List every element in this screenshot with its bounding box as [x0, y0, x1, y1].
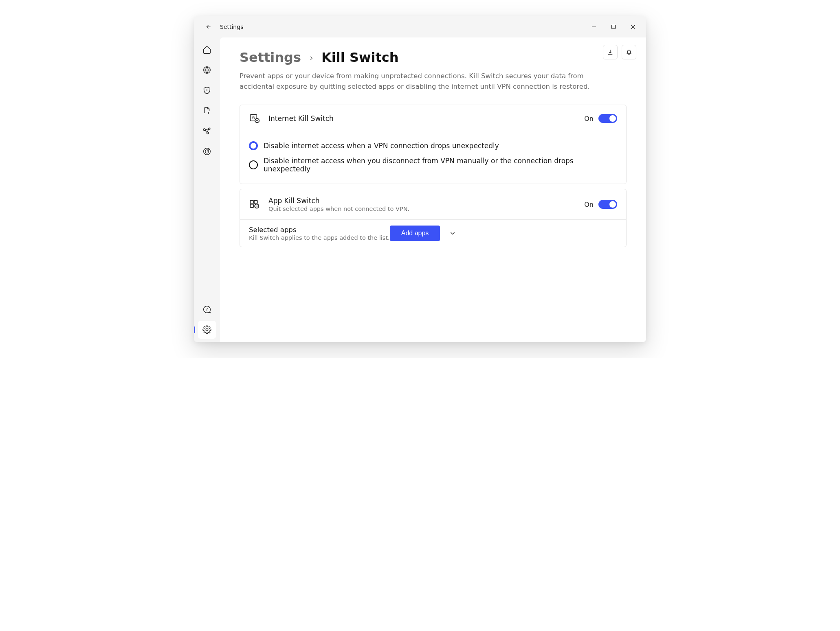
minimize-icon [592, 24, 596, 29]
kill-switch-option-manual[interactable]: Disable internet access when you disconn… [249, 153, 617, 176]
svg-rect-19 [254, 200, 257, 204]
svg-point-7 [207, 132, 209, 134]
svg-rect-18 [251, 204, 254, 208]
svg-rect-1 [612, 25, 616, 29]
download-icon [607, 48, 614, 56]
sidebar-item-home[interactable] [198, 41, 216, 59]
app-window: Settings [194, 16, 646, 342]
back-button[interactable] [202, 20, 215, 33]
radio-selected-icon [249, 141, 258, 150]
radio-unselected-icon [249, 160, 258, 169]
app-kill-switch-subtitle: Quit selected apps when not connected to… [268, 206, 409, 212]
selected-apps-row: Selected apps Kill Switch applies to the… [240, 219, 626, 247]
internet-kill-switch-title: Internet Kill Switch [268, 114, 334, 123]
expand-selected-apps[interactable] [449, 230, 456, 237]
sidebar: ? [194, 37, 220, 342]
breadcrumb: Settings Kill Switch [240, 50, 627, 65]
target-icon [202, 147, 211, 156]
close-icon [631, 24, 635, 29]
globe-icon [202, 66, 211, 74]
sidebar-item-globe[interactable] [198, 61, 216, 79]
sidebar-item-help[interactable]: ? [198, 300, 216, 318]
option-label: Disable internet access when a VPN conne… [264, 142, 499, 150]
maximize-icon [611, 24, 616, 29]
option-label: Disable internet access when you disconn… [264, 157, 617, 173]
svg-text:?: ? [206, 307, 208, 311]
internet-kill-switch-card: W Internet Kill Switch On Disable intern… [240, 105, 627, 184]
internet-kill-switch-state: On [584, 115, 594, 123]
selected-apps-subtitle: Kill Switch applies to the apps added to… [249, 234, 390, 241]
home-icon [202, 45, 211, 54]
internet-kill-switch-icon: W [249, 112, 261, 125]
sidebar-item-protection[interactable] [198, 81, 216, 99]
titlebar: Settings [194, 16, 646, 37]
arrow-left-icon [205, 24, 212, 30]
svg-rect-17 [251, 200, 254, 204]
gear-icon [202, 325, 211, 334]
notifications-button[interactable] [622, 45, 636, 59]
mesh-icon [202, 127, 211, 136]
chevron-right-icon [308, 55, 314, 61]
add-apps-button[interactable]: Add apps [390, 226, 440, 241]
close-button[interactable] [623, 19, 643, 35]
main-content: Settings Kill Switch Prevent apps or you… [220, 37, 646, 342]
app-kill-switch-toggle[interactable] [598, 200, 617, 209]
maximize-button[interactable] [604, 19, 623, 35]
sidebar-item-mesh[interactable] [198, 122, 216, 140]
internet-kill-switch-options: Disable internet access when a VPN conne… [240, 132, 626, 184]
sidebar-item-target[interactable] [198, 142, 216, 160]
sidebar-item-file[interactable] [198, 102, 216, 120]
breadcrumb-parent[interactable]: Settings [240, 50, 301, 65]
app-kill-switch-title: App Kill Switch [268, 197, 409, 205]
kill-switch-option-drop[interactable]: Disable internet access when a VPN conne… [249, 138, 617, 153]
download-button[interactable] [603, 45, 618, 59]
internet-kill-switch-toggle[interactable] [598, 114, 617, 123]
app-kill-switch-card: App Kill Switch Quit selected apps when … [240, 189, 627, 247]
window-title: Settings [220, 24, 243, 30]
minimize-button[interactable] [584, 19, 604, 35]
svg-text:W: W [252, 116, 255, 120]
help-icon: ? [202, 305, 211, 314]
app-kill-switch-state: On [584, 201, 594, 208]
svg-point-11 [206, 329, 208, 331]
bell-icon [625, 48, 633, 56]
file-share-icon [202, 106, 211, 115]
selected-apps-title: Selected apps [249, 226, 390, 234]
page-description: Prevent apps or your device from making … [240, 71, 598, 92]
breadcrumb-current: Kill Switch [321, 50, 398, 65]
chevron-down-icon [449, 230, 456, 237]
shield-icon [202, 86, 211, 95]
app-kill-switch-icon [249, 198, 261, 210]
sidebar-item-settings[interactable] [198, 321, 216, 339]
